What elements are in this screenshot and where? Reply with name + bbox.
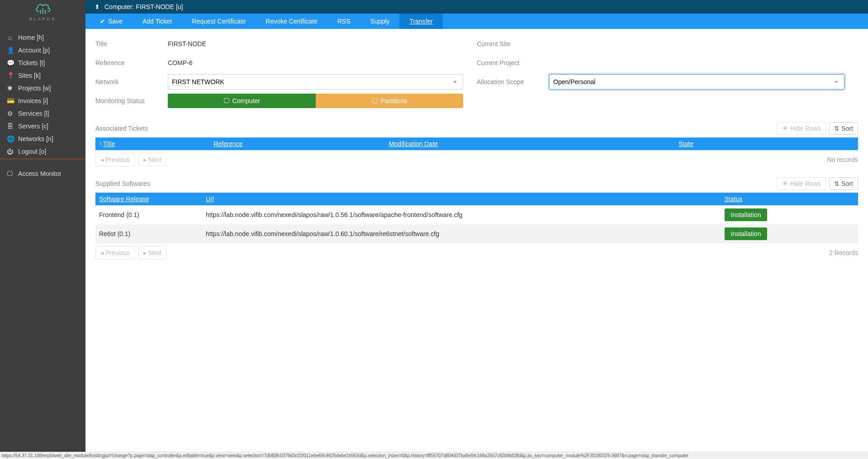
tab-add-ticket[interactable]: Add Ticket [133,14,182,29]
power-icon: ⏻ [7,148,13,155]
sidebar-item-projects[interactable]: ✱Projects [w] [0,82,85,95]
cell-release: Re6st (0.1) [95,224,202,243]
network-label: Network [95,78,168,85]
logo-text: SLAPOS [0,17,85,21]
sidebar-item-sites[interactable]: 📍Sites [k] [0,69,85,82]
software-col-status[interactable]: Status [721,193,859,205]
cell-status: Installation [721,224,859,243]
currentsite-label: Current Site [477,40,549,47]
breadcrumb-text[interactable]: Computer: FIRST-NODE [u] [104,3,183,10]
table-row[interactable]: Re6st (0.1)https://lab.node.vifib.com/ne… [95,224,858,243]
logo[interactable]: SLAPOS [0,0,85,23]
software-next-button[interactable]: ▸ Next [138,246,166,260]
software-sort-button[interactable]: ⇅ Sort [829,177,858,190]
cell-release: Frontend (0.1) [95,205,202,224]
main-panel: ⬆ Computer: FIRST-NODE [u] ✔Save Add Tic… [85,0,868,266]
software-col-url[interactable]: Url [202,193,721,205]
allocscope-select[interactable]: Open/Personal [549,74,844,90]
allocscope-label: Allocation Scope [477,78,549,85]
up-arrow-icon[interactable]: ⬆ [95,3,100,10]
arrow-up-icon: ↑ [99,140,102,147]
tickets-count: No records [168,156,858,163]
status-button[interactable]: Installation [725,227,768,240]
currentproject-label: Current Project [477,59,549,66]
tickets-title: Associated Tickets [95,125,775,132]
tickets-col-title[interactable]: ↑Title [95,137,210,150]
sidebar-divider [0,159,85,159]
tab-rss[interactable]: RSS [327,14,360,29]
reference-value: COMP-6 [168,59,463,66]
sort-icon: ⇅ [834,180,840,187]
cell-url: https://lab.node.vifib.com/nexedi/slapos… [202,224,721,243]
tickets-col-moddate[interactable]: Modification Date [385,137,675,150]
table-row[interactable]: Frontend (0.1)https://lab.node.vifib.com… [95,205,858,224]
tickets-section: Associated Tickets 👁 Hide Rows ⇅ Sort ↑T… [95,122,858,166]
card-icon: 💳 [7,97,13,104]
tickets-prev-button[interactable]: ◂ Previous [95,153,135,166]
check-icon: ✔ [100,18,105,25]
software-prev-button[interactable]: ◂ Previous [95,246,135,260]
software-title: Supplied Softwares [95,180,775,187]
tab-supply[interactable]: Supply [360,14,400,29]
tab-request-cert[interactable]: Request Certificate [182,14,256,29]
title-value: FIRST-NODE [168,40,463,47]
breadcrumb-bar: ⬆ Computer: FIRST-NODE [u] [85,0,868,14]
software-count: 2 Records [168,249,858,256]
screen-icon: 🖵 [223,97,230,104]
sidebar-item-invoices[interactable]: 💳Invoices [i] [0,95,85,107]
network-select[interactable]: FIRST NETWORK [168,74,463,90]
monitoring-label: Monitoring Status [95,97,168,104]
tickets-col-reference[interactable]: Reference [210,137,385,150]
computer-button[interactable]: 🖵Computer [168,94,316,108]
cogs-icon: ⚙ [7,110,13,117]
tab-revoke-cert[interactable]: Revoke Certificate [256,14,327,29]
cell-status: Installation [721,205,859,224]
sort-icon: ⇅ [834,125,840,132]
marker-icon: 📍 [7,72,13,79]
tab-transfer[interactable]: Transfer [399,14,443,29]
sidebar-item-logout[interactable]: ⏻Logout [o] [0,145,85,158]
user-icon: 👤 [7,47,13,54]
software-section: Supplied Softwares 👁 Hide Rows ⇅ Sort So… [95,177,858,260]
tickets-table: ↑Title Reference Modification Date State [95,137,858,150]
software-col-release[interactable]: Software Release [95,193,202,205]
monitor-icon: 🖵 [7,170,13,177]
eye-icon: 👁 [782,125,788,132]
sidebar-item-tickets[interactable]: 💬Tickets [t] [0,57,85,69]
sidebar-item-networks[interactable]: 🌐Networks [n] [0,132,85,145]
status-button[interactable]: Installation [725,208,768,221]
db-icon: 🗄 [7,123,13,130]
comments-icon: 💬 [7,59,13,66]
tickets-hide-rows-button[interactable]: 👁 Hide Rows [777,122,826,135]
sidebar-item-home[interactable]: ⌂Home [h] [0,31,85,44]
reference-label: Reference [95,59,168,66]
sidebar-item-monitor[interactable]: 🖵Access Monitor [0,167,85,180]
tickets-next-button[interactable]: ▸ Next [138,153,166,166]
sidebar-item-servers[interactable]: 🗄Servers [c] [0,120,85,132]
screen-icon: 🖵 [372,97,378,104]
sidebar-nav2: 🖵Access Monitor [0,167,85,180]
tickets-sort-button[interactable]: ⇅ Sort [829,122,858,135]
share-icon: ✱ [7,85,13,92]
software-hide-rows-button[interactable]: 👁 Hide Rows [777,177,826,190]
eye-icon: 👁 [782,180,788,187]
sidebar-nav: ⌂Home [h] 👤Account [p] 💬Tickets [t] 📍Sit… [0,31,85,158]
content: Title FIRST-NODE Reference COMP-6 Networ… [85,29,868,266]
partitions-button[interactable]: 🖵Partitions [316,94,464,108]
cell-url: https://lab.node.vifib.com/nexedi/slapos… [202,205,721,224]
sidebar-item-services[interactable]: ⚙Services [l] [0,107,85,120]
sidebar: SLAPOS ⌂Home [h] 👤Account [p] 💬Tickets [… [0,0,85,266]
home-icon: ⌂ [7,34,13,41]
tabbar: ✔Save Add Ticket Request Certificate Rev… [85,14,868,29]
tab-save[interactable]: ✔Save [90,14,133,29]
software-table: Software Release Url Status Frontend (0.… [95,193,858,243]
globe-icon: 🌐 [7,135,13,142]
title-label: Title [95,40,168,47]
tickets-col-state[interactable]: State [675,137,858,150]
sidebar-item-account[interactable]: 👤Account [p] [0,44,85,57]
